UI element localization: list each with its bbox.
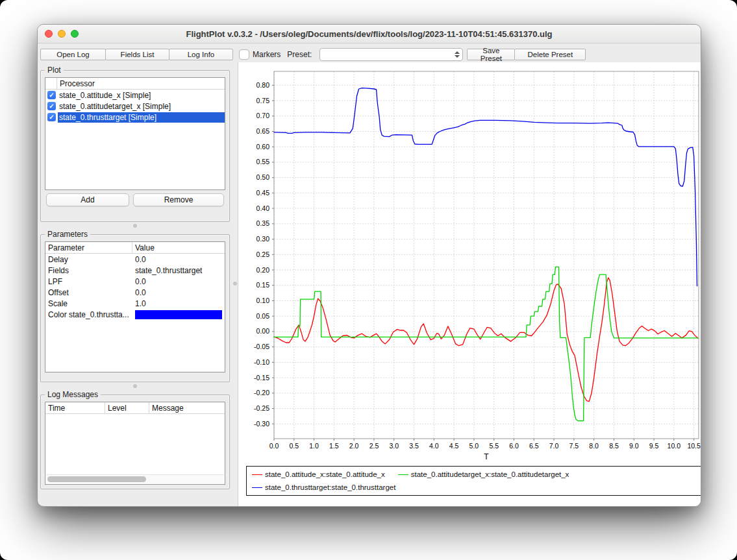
parameter-row[interactable]: Offset0.0 bbox=[45, 287, 225, 298]
y-tick-label: 0.55 bbox=[256, 158, 270, 165]
parameter-color-cell[interactable] bbox=[132, 309, 225, 320]
parameter-row[interactable]: Fieldsstate_0.thrusttarget bbox=[45, 265, 225, 276]
processor-row[interactable]: ✓state_0.attitude_x [Simple] bbox=[45, 90, 225, 101]
legend-item: state_0.thrusttarget:state_0.thrusttarge… bbox=[252, 483, 395, 491]
parameter-name: Offset bbox=[45, 287, 132, 298]
markers-label: Markers bbox=[253, 50, 281, 59]
parameters-rows: Delay0.0Fieldsstate_0.thrusttargetLPF0.0… bbox=[45, 254, 225, 320]
log-column-header: Message bbox=[149, 402, 225, 413]
x-tick-label: 3.5 bbox=[409, 442, 419, 450]
left-chart-splitter[interactable] bbox=[232, 62, 238, 506]
y-tick-label: 0.20 bbox=[256, 266, 270, 274]
add-button[interactable]: Add bbox=[46, 193, 129, 206]
parameter-value: 1.0 bbox=[132, 298, 225, 309]
titlebar[interactable]: FlightPlot v.0.3.2 - /Users/oleg/Documen… bbox=[38, 25, 701, 43]
parameters-column-header: Parameter bbox=[45, 242, 132, 253]
x-tick-label: 5.5 bbox=[489, 442, 499, 450]
x-tick-label: 2.0 bbox=[349, 442, 359, 450]
save-preset-button[interactable]: Save Preset bbox=[467, 49, 515, 60]
log-column-header: Level bbox=[105, 402, 149, 413]
delete-preset-button[interactable]: Delete Preset bbox=[514, 49, 586, 60]
legend-row: state_0.attitude_x:state_0.attitude_xsta… bbox=[252, 468, 697, 481]
parameters-table-header: ParameterValue bbox=[45, 242, 225, 254]
processor-row-label: state_0.attitudetarget_x [Simple] bbox=[58, 101, 225, 112]
log-messages-panel-title: Log Messages bbox=[45, 390, 101, 399]
parameter-row[interactable]: Delay0.0 bbox=[45, 254, 225, 265]
preset-combobox[interactable] bbox=[319, 48, 463, 61]
scrollbar-thumb[interactable] bbox=[47, 476, 146, 482]
log-table-body bbox=[45, 414, 225, 484]
markers-checkbox[interactable] bbox=[239, 49, 249, 60]
y-tick-label: 0.35 bbox=[256, 219, 270, 227]
plot-background bbox=[274, 71, 699, 439]
plot-buttons: Add Remove bbox=[45, 193, 225, 206]
parameters-panel: Parameters ParameterValue Delay0.0Fields… bbox=[40, 234, 230, 382]
toolbar-button-group: Open Log Fields List Log Info bbox=[40, 49, 232, 60]
checkbox-checked-icon[interactable]: ✓ bbox=[47, 91, 56, 99]
log-messages-table[interactable]: TimeLevelMessage bbox=[45, 402, 225, 485]
screenshot-canvas: FlightPlot v.0.3.2 - /Users/oleg/Documen… bbox=[0, 0, 737, 560]
y-tick-label: 0.75 bbox=[256, 97, 270, 104]
parameter-value: 0.0 bbox=[132, 276, 225, 287]
close-button[interactable] bbox=[45, 30, 53, 38]
remove-button[interactable]: Remove bbox=[133, 193, 224, 206]
toolbar: Open Log Fields List Log Info Markers Pr… bbox=[38, 43, 701, 64]
x-tick-label: 7.0 bbox=[549, 442, 559, 450]
flight-data-chart[interactable]: 0.00.51.01.52.02.53.03.54.04.55.05.56.06… bbox=[238, 62, 701, 466]
log-horizontal-scrollbar[interactable] bbox=[46, 474, 224, 483]
log-info-button[interactable]: Log Info bbox=[169, 49, 233, 60]
processor-table[interactable]: Processor ✓state_0.attitude_x [Simple]✓s… bbox=[45, 77, 225, 190]
parameter-color-row[interactable]: Color state_0.thrustta... bbox=[45, 309, 225, 320]
parameters-log-splitter[interactable] bbox=[40, 382, 230, 389]
checkbox-checked-icon[interactable]: ✓ bbox=[47, 113, 56, 121]
zoom-button[interactable] bbox=[71, 30, 79, 38]
y-tick-label: 0.60 bbox=[256, 143, 270, 151]
x-tick-label: 8.5 bbox=[609, 442, 619, 450]
processor-column-header: Processor bbox=[57, 78, 225, 89]
legend-item: state_0.attitude_x:state_0.attitude_x bbox=[252, 470, 385, 478]
parameters-column-header: Value bbox=[132, 242, 225, 253]
y-tick-label: -0.15 bbox=[254, 374, 269, 382]
parameter-row[interactable]: LPF0.0 bbox=[45, 276, 225, 287]
splitter-handle-icon bbox=[133, 384, 137, 388]
x-tick-label: 7.5 bbox=[569, 442, 579, 450]
plot-panel-title: Plot bbox=[45, 66, 64, 75]
parameter-value: state_0.thrusttarget bbox=[132, 265, 225, 276]
splitter-handle-icon bbox=[133, 224, 137, 228]
parameters-table[interactable]: ParameterValue Delay0.0Fieldsstate_0.thr… bbox=[45, 241, 225, 372]
processor-row[interactable]: ✓state_0.thrusttarget [Simple] bbox=[45, 112, 225, 123]
x-tick-label: 9.5 bbox=[649, 442, 659, 450]
x-tick-label: 4.5 bbox=[449, 442, 459, 450]
processor-row-label: state_0.thrusttarget [Simple] bbox=[58, 112, 225, 123]
y-tick-label: 0.45 bbox=[256, 189, 270, 197]
color-swatch[interactable] bbox=[135, 310, 222, 319]
legend-item: state_0.attitudetarget_x:state_0.attitud… bbox=[398, 470, 569, 478]
x-tick-label: 6.0 bbox=[509, 442, 519, 450]
parameter-row[interactable]: Scale1.0 bbox=[45, 298, 225, 309]
processor-row[interactable]: ✓state_0.attitudetarget_x [Simple] bbox=[45, 101, 225, 112]
x-tick-label: 5.0 bbox=[469, 442, 479, 450]
y-tick-label: 0.15 bbox=[256, 281, 270, 289]
preset-label: Preset: bbox=[287, 50, 312, 59]
y-tick-label: -0.25 bbox=[254, 404, 269, 412]
chart-panel: 0.00.51.01.52.02.53.03.54.04.55.05.56.06… bbox=[238, 62, 701, 506]
plot-panel: Plot Processor ✓state_0.attitude_x [Simp… bbox=[40, 70, 230, 222]
x-tick-label: 3.0 bbox=[389, 442, 399, 450]
plot-parameters-splitter[interactable] bbox=[40, 222, 230, 229]
y-tick-label: 0.10 bbox=[256, 297, 270, 304]
x-tick-label: 4.0 bbox=[429, 442, 439, 450]
x-tick-label: 6.5 bbox=[529, 442, 539, 450]
y-tick-label: 0.05 bbox=[256, 312, 270, 320]
y-tick-label: 0.50 bbox=[256, 173, 270, 181]
y-tick-label: 0.25 bbox=[256, 250, 270, 258]
y-tick-label: -0.05 bbox=[254, 343, 269, 350]
open-log-button[interactable]: Open Log bbox=[40, 49, 106, 60]
fields-list-button[interactable]: Fields List bbox=[105, 49, 169, 60]
preset-action-group: Save Preset Delete Preset bbox=[467, 49, 585, 60]
parameter-value: 0.0 bbox=[132, 287, 225, 298]
y-tick-label: -0.10 bbox=[254, 358, 269, 366]
minimize-button[interactable] bbox=[58, 30, 66, 38]
x-tick-label: 9.0 bbox=[629, 442, 639, 450]
checkbox-checked-icon[interactable]: ✓ bbox=[47, 102, 56, 110]
combobox-stepper-icon bbox=[455, 51, 460, 58]
